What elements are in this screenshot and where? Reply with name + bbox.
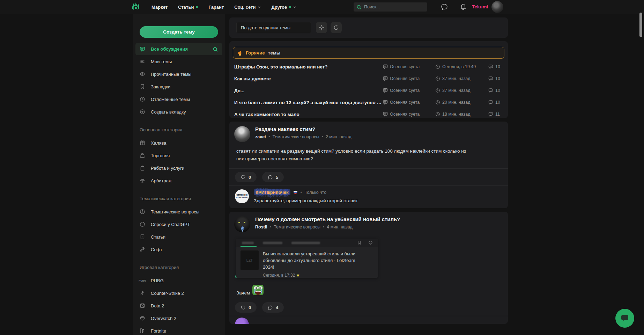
hot-topic-author[interactable]: Осенняя суета (390, 100, 420, 105)
notifications-bell-icon[interactable] (459, 3, 467, 11)
sidebar-item-create-tab[interactable]: Создать вкладку (133, 105, 225, 118)
hot-topic-title[interactable]: Как вы думаете (234, 76, 271, 81)
hot-topics-header[interactable]: Горячие темы (233, 47, 504, 59)
hot-topic-row: Штрафы Озон, это нормально или нет? Осен… (229, 61, 508, 73)
thread-category[interactable]: Тематические вопросы (274, 225, 320, 230)
chevron-down-icon (258, 6, 261, 9)
sidebar-section-title: Основная категория (140, 127, 225, 132)
sidebar-item-label: Прочитанные темы (151, 72, 191, 77)
sidebar-item-label: Торговля (151, 153, 170, 158)
clock-icon (140, 96, 145, 102)
chat-fab-button[interactable] (615, 309, 634, 328)
sidebar-item-all-discussions[interactable]: Все обсуждения (135, 43, 222, 55)
sidebar-item-bookmarks[interactable]: Закладки (133, 80, 225, 93)
comment-icon (268, 305, 273, 310)
hot-topic-author[interactable]: Осенняя суета (390, 112, 420, 117)
hot-topic-author[interactable]: Осенняя суета (390, 88, 420, 93)
hot-topic-row: До... Осенняя суета 37 мин. назад 10 (229, 85, 508, 96)
sidebar-item-label: Overwatch 2 (151, 316, 176, 321)
messages-icon[interactable] (441, 3, 448, 11)
sidebar-item-label: PUBG (151, 278, 164, 283)
nav-item-guarantor[interactable]: Гарант (208, 5, 224, 10)
sidebar-item-arbitration[interactable]: Арбитраж (133, 174, 225, 187)
sidebar-item-soft[interactable]: Софт (133, 243, 225, 256)
sidebar-item-cs2[interactable]: Counter-Strike 2 (133, 287, 225, 299)
reply-author-avatar[interactable]: ОБМЕННИК В ПРОФИЛЕ (235, 189, 249, 203)
current-username[interactable]: Tekumi (472, 4, 488, 9)
hot-topic-row: И что блять лимит по 12 нахуй? а нахуй м… (229, 96, 508, 108)
sidebar-item-thematic-questions[interactable]: Тематические вопросы (133, 205, 225, 218)
hot-topic-title[interactable]: Штрафы Озон, это нормально или нет? (234, 64, 328, 70)
thread-author-avatar[interactable] (234, 216, 250, 232)
heart-flag-emoji (293, 190, 298, 195)
like-count: 0 (249, 175, 251, 180)
comments-button[interactable]: 5 (262, 172, 284, 182)
clock-icon (435, 76, 440, 81)
embed-tab-bar (236, 239, 378, 247)
sidebar-item-postponed-topics[interactable]: Отложенные темы (133, 93, 225, 105)
nav-item-market[interactable]: Маркет (151, 5, 168, 10)
thread-title[interactable]: Раздача наклеек стим? (255, 126, 351, 132)
comments-icon (488, 64, 493, 69)
sidebar-item-read-topics[interactable]: Прочитанные темы (133, 68, 225, 80)
sort-select[interactable]: По дате создания темы (236, 22, 311, 33)
sidebar-item-pubg[interactable]: PUBG PUBG (133, 274, 225, 287)
sidebar-item-overwatch2[interactable]: Overwatch 2 (133, 312, 225, 325)
sidebar-item-articles[interactable]: Статьи (133, 231, 225, 243)
chat-square-icon (383, 64, 388, 69)
search-icon[interactable] (213, 46, 218, 52)
sidebar-item-freebies[interactable]: Халява (133, 137, 225, 149)
create-topic-button[interactable]: Создать тему (140, 26, 218, 38)
eye-icon (140, 71, 145, 77)
gear-icon (368, 240, 373, 245)
chat-square-icon (383, 76, 388, 81)
like-button[interactable]: 0 (235, 172, 257, 182)
reply-author-avatar[interactable] (235, 318, 249, 324)
hot-topic-title[interactable]: И что блять лимит по 12 нахуй? а нахуй м… (234, 100, 383, 105)
sidebar-item-my-topics[interactable]: Мои темы (133, 55, 225, 68)
sidebar-item-label: Отложенные темы (151, 97, 190, 102)
document-icon (140, 234, 145, 240)
hot-topic-author[interactable]: Осенняя суета (390, 64, 420, 69)
nav-item-articles[interactable]: Статьи (178, 5, 198, 10)
search-input[interactable] (364, 5, 420, 9)
embedded-screenshot[interactable]: LZT Вы использовали устаревший стиль и б… (236, 239, 378, 278)
sidebar-item-fortnite[interactable]: Fortnite (133, 325, 225, 335)
settings-button[interactable] (316, 22, 327, 33)
hot-topic-author[interactable]: Осенняя суета (390, 76, 420, 81)
thread-category[interactable]: Тематические вопросы (273, 134, 319, 139)
scales-icon (140, 178, 145, 183)
list-icon (140, 59, 145, 64)
dota2-icon (140, 303, 145, 308)
hot-topic-row: Как вы думаете Осенняя суета 37 мин. наз… (229, 73, 508, 85)
thread-author[interactable]: Rostil (255, 225, 267, 230)
like-button[interactable]: 0 (235, 302, 257, 313)
thread-author[interactable]: zavet (255, 134, 266, 139)
comment-count: 4 (276, 305, 278, 310)
sidebar-item-label: Халява (151, 140, 166, 146)
sidebar-item-trading[interactable]: Торговля (133, 149, 225, 162)
search-box[interactable] (354, 2, 427, 12)
sidebar-item-ask-chatgpt[interactable]: Спроси у ChatGPT (133, 218, 225, 231)
nav-item-other[interactable]: Другое (271, 5, 296, 10)
hot-topic-title[interactable]: До... (234, 88, 244, 93)
hot-topic-time: 37 мин. назад (442, 88, 471, 93)
refresh-button[interactable] (331, 22, 342, 33)
thread-author-avatar[interactable] (234, 126, 250, 142)
sidebar-item-work-services[interactable]: Работа и услуги (133, 162, 225, 174)
reply-author[interactable]: КРИПкрипочек (254, 189, 290, 195)
sidebar-item-dota2[interactable]: Dota 2 (133, 299, 225, 312)
chat-square-icon (383, 112, 388, 117)
hot-topic-time: Сегодня, в 19:49 (442, 64, 476, 69)
sidebar-item-label: Статьи (151, 234, 165, 240)
hot-topic-title[interactable]: А че так комментов то мало (234, 112, 299, 117)
site-logo[interactable] (130, 1, 141, 13)
sidebar-section-title: Игровая категория (140, 265, 225, 270)
comments-button[interactable]: 4 (262, 302, 284, 313)
sidebar: Создать тему Все обсуждения Мои темы Про… (133, 14, 225, 335)
user-avatar[interactable] (491, 1, 503, 13)
page-scrollbar-thumb[interactable] (639, 13, 642, 37)
nav-item-socials[interactable]: Соц. сети (234, 5, 261, 10)
active-tab-indicator (240, 246, 257, 247)
thread-title[interactable]: Почему я должен смотреть на уебанский но… (255, 216, 400, 222)
